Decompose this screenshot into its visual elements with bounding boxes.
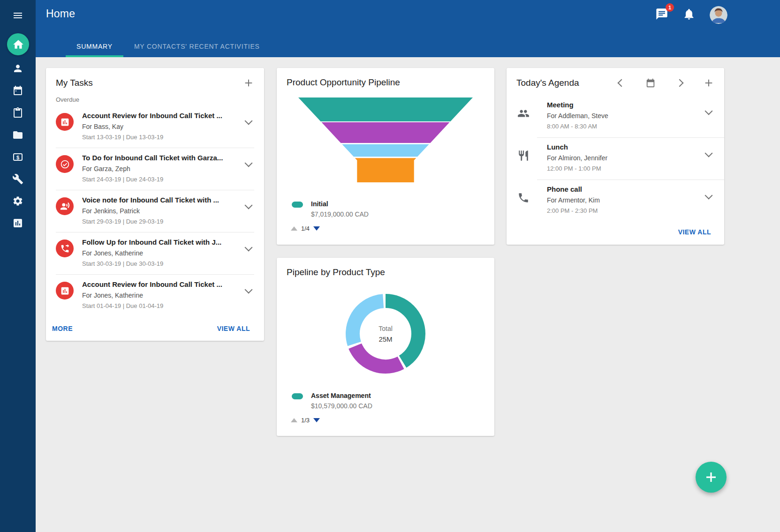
sidebar-item-settings[interactable] [12,195,23,207]
agenda-time: 8:00 AM - 8:30 AM [547,123,702,130]
donut-pager: 1/3 [291,417,494,424]
task-dates: Start 24-03-19 | Due 24-03-19 [82,176,242,183]
add-task-button[interactable] [243,77,254,89]
sidebar-item-reports[interactable] [12,217,23,229]
chevron-down-icon[interactable] [245,202,253,210]
donut-chart: Total 25M [339,287,432,381]
page-up-arrow[interactable] [291,226,297,231]
gear-icon [12,195,23,207]
more-button[interactable]: MORE [52,325,73,332]
bell-icon [682,7,696,21]
agenda-row[interactable]: Meeting For Addleman, Steve 8:00 AM - 8:… [507,96,724,138]
messages-badge: 1 [666,3,674,12]
bar-chart-icon [12,217,23,229]
pipeline-by-product-card: Pipeline by Product Type Total 25M Asset… [277,258,494,436]
donut-legend: Asset Management $10,579,000.00 CAD [292,392,494,410]
avatar[interactable] [710,6,727,24]
people-icon [517,107,530,120]
task-group-label: Overdue [46,96,264,103]
calendar-icon [12,85,23,96]
agenda-row[interactable]: Phone call For Armentor, Kim 2:00 PM - 2… [507,180,724,222]
page-down-arrow[interactable] [313,418,320,422]
sidebar-item-documents[interactable] [12,129,23,141]
page-title: Home [46,7,75,20]
sidebar-item-tools[interactable] [12,173,23,185]
task-row[interactable]: Account Review for Inbound Call Ticket .… [56,106,254,148]
chevron-down-icon[interactable] [245,117,253,125]
funnel-card-title: Product Opportunity Pipeline [287,77,485,88]
chevron-left-icon [618,79,626,87]
top-bar: Home SUMMARY MY CONTACTS' RECENT ACTIVIT… [36,0,780,57]
view-all-agenda-button[interactable]: VIEW ALL [678,228,711,236]
chevron-right-icon [676,79,684,87]
page-indicator: 1/4 [301,225,310,232]
legend-swatch [292,393,303,399]
sidebar-item-quotes[interactable]: $ [12,151,23,163]
sidebar-item-home[interactable] [7,33,29,55]
chevron-down-icon[interactable] [705,150,713,157]
agenda-prev-button[interactable] [616,77,627,89]
wrench-icon [12,173,23,185]
task-call-icon [56,240,74,257]
page-up-arrow[interactable] [291,418,297,422]
page-down-arrow[interactable] [313,226,320,231]
messages-button[interactable]: 1 [655,7,669,22]
agenda-time: 2:00 PM - 2:30 PM [547,207,702,214]
agenda-time: 12:00 PM - 1:00 PM [547,165,702,172]
top-icons: 1 [642,7,727,24]
chevron-down-icon[interactable] [245,159,253,167]
tab-recent-activities[interactable]: MY CONTACTS' RECENT ACTIVITIES [123,36,271,57]
task-assignee: For Jones, Katherine [82,292,242,299]
menu-icon[interactable] [12,10,23,21]
create-new-fab[interactable] [696,462,727,493]
chevron-down-icon[interactable] [705,107,713,115]
task-chart-icon [56,282,74,300]
view-all-tasks-button[interactable]: VIEW ALL [217,325,250,332]
task-row[interactable]: To Do for Inbound Call Ticket with Garza… [56,148,254,190]
agenda-type: Meeting [547,101,702,109]
sidebar-item-calendar[interactable] [12,85,23,96]
sidebar: $ [0,0,36,532]
task-row[interactable]: Account Review for Inbound Call Ticket .… [56,275,254,317]
legend-label: Initial [311,200,369,208]
legend-value: $7,019,000.00 CAD [311,210,369,218]
agenda-row[interactable]: Lunch For Almiron, Jennifer 12:00 PM - 1… [507,138,724,180]
task-assignee: For Garza, Zeph [82,165,242,172]
chevron-down-icon[interactable] [245,286,253,294]
task-row[interactable]: Follow Up for Inbound Call Ticket with J… [56,232,254,275]
sidebar-item-contacts[interactable] [12,63,23,74]
folder-icon [12,129,23,141]
task-assignee: For Jenkins, Patrick [82,207,242,215]
chevron-down-icon[interactable] [705,192,713,200]
task-row[interactable]: Voice note for Inbound Call Ticket with … [56,190,254,232]
tab-bar: SUMMARY MY CONTACTS' RECENT ACTIVITIES [66,36,271,57]
funnel-pager: 1/4 [291,225,494,232]
agenda-assignee: For Armentor, Kim [547,196,702,204]
notifications-button[interactable] [682,7,697,22]
tab-summary[interactable]: SUMMARY [66,36,123,57]
sidebar-item-tasks[interactable] [12,107,23,118]
home-icon [12,38,24,51]
agenda-calendar-button[interactable] [645,77,656,89]
task-dates: Start 13-03-19 | Due 13-03-19 [82,134,242,141]
restaurant-icon [517,150,530,162]
donut-card-title: Pipeline by Product Type [287,267,485,277]
phone-icon [517,192,530,204]
task-chart-icon [56,113,74,131]
money-icon: $ [12,151,23,163]
person-icon [12,63,23,74]
funnel-legend: Initial $7,019,000.00 CAD [292,200,494,218]
add-agenda-button[interactable] [703,77,714,89]
legend-swatch [292,202,303,208]
agenda-next-button[interactable] [674,77,685,89]
page-indicator: 1/3 [301,417,310,424]
clipboard-icon [12,107,23,118]
task-title: Account Review for Inbound Call Ticket .… [82,280,242,288]
task-title: Voice note for Inbound Call Ticket with … [82,196,242,204]
my-tasks-card: My Tasks Overdue Account Review for Inbo… [46,68,264,341]
agenda-title: Today's Agenda [516,78,616,88]
plus-icon [243,78,254,88]
chevron-down-icon[interactable] [245,244,253,252]
task-dates: Start 01-04-19 | Due 01-04-19 [82,302,242,309]
task-title: Follow Up for Inbound Call Ticket with J… [82,238,242,246]
